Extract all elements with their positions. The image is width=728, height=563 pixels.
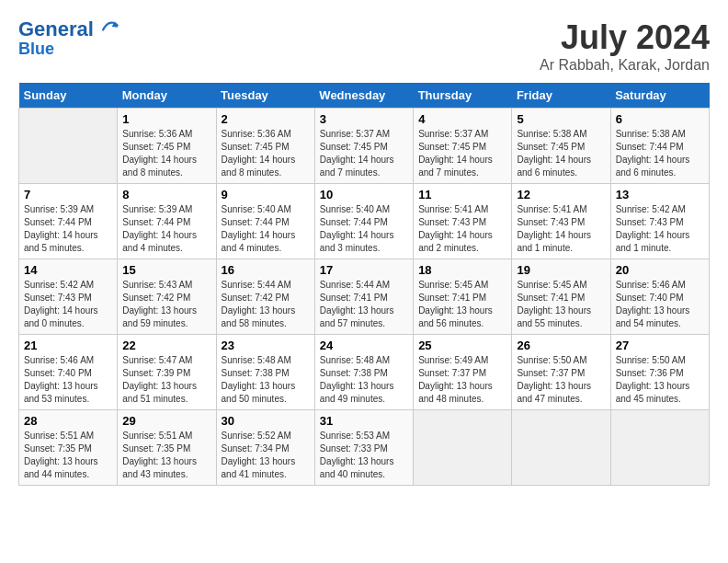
day-info: Sunrise: 5:51 AM Sunset: 7:35 PM Dayligh… <box>122 430 210 481</box>
day-number: 8 <box>122 188 210 201</box>
calendar-cell: 25Sunrise: 5:49 AM Sunset: 7:37 PM Dayli… <box>414 335 512 410</box>
day-info: Sunrise: 5:43 AM Sunset: 7:42 PM Dayligh… <box>122 279 210 330</box>
logo-line2: Blue <box>18 40 119 59</box>
calendar-cell: 22Sunrise: 5:47 AM Sunset: 7:39 PM Dayli… <box>118 335 216 410</box>
day-number: 20 <box>616 263 704 277</box>
calendar-cell: 16Sunrise: 5:44 AM Sunset: 7:42 PM Dayli… <box>216 259 314 335</box>
calendar-cell: 9Sunrise: 5:40 AM Sunset: 7:44 PM Daylig… <box>216 184 314 259</box>
day-number: 7 <box>24 188 112 201</box>
logo-line1: General <box>18 17 94 40</box>
day-number: 29 <box>122 414 210 428</box>
calendar-cell: 4Sunrise: 5:37 AM Sunset: 7:45 PM Daylig… <box>414 109 512 184</box>
title-block: July 2024 Ar Rabbah, Karak, Jordan <box>540 18 710 74</box>
day-info: Sunrise: 5:39 AM Sunset: 7:44 PM Dayligh… <box>24 203 112 255</box>
calendar-cell: 2Sunrise: 5:36 AM Sunset: 7:45 PM Daylig… <box>216 109 314 184</box>
page-header: General Blue July 2024 Ar Rabbah, Karak,… <box>18 18 710 74</box>
day-number: 5 <box>517 112 605 126</box>
day-info: Sunrise: 5:44 AM Sunset: 7:41 PM Dayligh… <box>320 279 408 330</box>
calendar-cell: 8Sunrise: 5:39 AM Sunset: 7:44 PM Daylig… <box>118 184 216 259</box>
day-info: Sunrise: 5:42 AM Sunset: 7:43 PM Dayligh… <box>24 279 112 330</box>
calendar-cell: 13Sunrise: 5:42 AM Sunset: 7:43 PM Dayli… <box>610 184 709 259</box>
logo-text: General <box>18 18 119 40</box>
day-info: Sunrise: 5:46 AM Sunset: 7:40 PM Dayligh… <box>24 354 112 406</box>
calendar-cell: 28Sunrise: 5:51 AM Sunset: 7:35 PM Dayli… <box>19 410 118 486</box>
calendar-cell <box>512 410 610 486</box>
day-info: Sunrise: 5:41 AM Sunset: 7:43 PM Dayligh… <box>517 203 605 255</box>
day-info: Sunrise: 5:47 AM Sunset: 7:39 PM Dayligh… <box>122 354 210 406</box>
month-title: July 2024 <box>540 18 710 57</box>
day-number: 25 <box>418 339 506 352</box>
day-number: 9 <box>222 188 310 201</box>
day-number: 26 <box>517 339 605 352</box>
day-info: Sunrise: 5:50 AM Sunset: 7:36 PM Dayligh… <box>616 354 704 406</box>
calendar-cell: 27Sunrise: 5:50 AM Sunset: 7:36 PM Dayli… <box>610 335 709 410</box>
calendar-week-row: 21Sunrise: 5:46 AM Sunset: 7:40 PM Dayli… <box>19 335 710 410</box>
calendar-cell: 3Sunrise: 5:37 AM Sunset: 7:45 PM Daylig… <box>314 109 413 184</box>
day-info: Sunrise: 5:39 AM Sunset: 7:44 PM Dayligh… <box>122 203 210 255</box>
calendar-cell: 30Sunrise: 5:52 AM Sunset: 7:34 PM Dayli… <box>216 410 314 486</box>
calendar-week-row: 28Sunrise: 5:51 AM Sunset: 7:35 PM Dayli… <box>19 410 710 486</box>
day-info: Sunrise: 5:48 AM Sunset: 7:38 PM Dayligh… <box>320 354 408 406</box>
day-number: 19 <box>517 263 605 277</box>
day-number: 11 <box>418 188 506 201</box>
day-number: 23 <box>222 339 310 352</box>
day-info: Sunrise: 5:44 AM Sunset: 7:42 PM Dayligh… <box>222 279 310 330</box>
calendar-week-row: 14Sunrise: 5:42 AM Sunset: 7:43 PM Dayli… <box>19 259 710 335</box>
day-number: 14 <box>24 263 112 277</box>
calendar-cell: 10Sunrise: 5:40 AM Sunset: 7:44 PM Dayli… <box>314 184 413 259</box>
calendar-cell: 12Sunrise: 5:41 AM Sunset: 7:43 PM Dayli… <box>512 184 610 259</box>
day-info: Sunrise: 5:49 AM Sunset: 7:37 PM Dayligh… <box>418 354 506 406</box>
calendar-cell: 20Sunrise: 5:46 AM Sunset: 7:40 PM Dayli… <box>610 259 709 335</box>
day-info: Sunrise: 5:52 AM Sunset: 7:34 PM Dayligh… <box>222 430 310 481</box>
day-number: 27 <box>616 339 704 352</box>
day-number: 17 <box>320 263 408 277</box>
calendar-cell: 31Sunrise: 5:53 AM Sunset: 7:33 PM Dayli… <box>314 410 413 486</box>
day-info: Sunrise: 5:48 AM Sunset: 7:38 PM Dayligh… <box>222 354 310 406</box>
day-number: 18 <box>418 263 506 277</box>
calendar-cell: 21Sunrise: 5:46 AM Sunset: 7:40 PM Dayli… <box>19 335 118 410</box>
day-number: 16 <box>222 263 310 277</box>
day-number: 1 <box>122 112 210 126</box>
logo-icon <box>101 17 119 36</box>
day-number: 30 <box>222 414 310 428</box>
day-info: Sunrise: 5:50 AM Sunset: 7:37 PM Dayligh… <box>517 354 605 406</box>
calendar-cell: 6Sunrise: 5:38 AM Sunset: 7:44 PM Daylig… <box>610 109 709 184</box>
day-info: Sunrise: 5:38 AM Sunset: 7:45 PM Dayligh… <box>517 128 605 179</box>
day-info: Sunrise: 5:45 AM Sunset: 7:41 PM Dayligh… <box>517 279 605 330</box>
day-number: 15 <box>122 263 210 277</box>
day-info: Sunrise: 5:36 AM Sunset: 7:45 PM Dayligh… <box>222 128 310 179</box>
day-info: Sunrise: 5:51 AM Sunset: 7:35 PM Dayligh… <box>24 430 112 481</box>
day-number: 6 <box>616 112 704 126</box>
day-number: 21 <box>24 339 112 352</box>
calendar-cell <box>19 109 118 184</box>
calendar-cell: 23Sunrise: 5:48 AM Sunset: 7:38 PM Dayli… <box>216 335 314 410</box>
day-info: Sunrise: 5:53 AM Sunset: 7:33 PM Dayligh… <box>320 430 408 481</box>
calendar-cell: 15Sunrise: 5:43 AM Sunset: 7:42 PM Dayli… <box>118 259 216 335</box>
day-info: Sunrise: 5:41 AM Sunset: 7:43 PM Dayligh… <box>418 203 506 255</box>
day-info: Sunrise: 5:40 AM Sunset: 7:44 PM Dayligh… <box>222 203 310 255</box>
day-info: Sunrise: 5:40 AM Sunset: 7:44 PM Dayligh… <box>320 203 408 255</box>
calendar-cell: 7Sunrise: 5:39 AM Sunset: 7:44 PM Daylig… <box>19 184 118 259</box>
calendar-cell <box>414 410 512 486</box>
calendar-cell: 18Sunrise: 5:45 AM Sunset: 7:41 PM Dayli… <box>414 259 512 335</box>
calendar-cell: 19Sunrise: 5:45 AM Sunset: 7:41 PM Dayli… <box>512 259 610 335</box>
calendar-cell: 26Sunrise: 5:50 AM Sunset: 7:37 PM Dayli… <box>512 335 610 410</box>
day-info: Sunrise: 5:37 AM Sunset: 7:45 PM Dayligh… <box>418 128 506 179</box>
weekday-header: Thursday <box>414 83 512 109</box>
weekday-header: Saturday <box>610 83 709 109</box>
day-number: 22 <box>122 339 210 352</box>
calendar-header-row: SundayMondayTuesdayWednesdayThursdayFrid… <box>19 83 710 109</box>
day-info: Sunrise: 5:42 AM Sunset: 7:43 PM Dayligh… <box>616 203 704 255</box>
day-number: 24 <box>320 339 408 352</box>
day-info: Sunrise: 5:45 AM Sunset: 7:41 PM Dayligh… <box>418 279 506 330</box>
day-number: 31 <box>320 414 408 428</box>
calendar-cell: 11Sunrise: 5:41 AM Sunset: 7:43 PM Dayli… <box>414 184 512 259</box>
day-number: 10 <box>320 188 408 201</box>
calendar-cell: 14Sunrise: 5:42 AM Sunset: 7:43 PM Dayli… <box>19 259 118 335</box>
calendar-week-row: 1Sunrise: 5:36 AM Sunset: 7:45 PM Daylig… <box>19 109 710 184</box>
day-number: 28 <box>24 414 112 428</box>
calendar-cell: 24Sunrise: 5:48 AM Sunset: 7:38 PM Dayli… <box>314 335 413 410</box>
weekday-header: Monday <box>118 83 216 109</box>
calendar-cell <box>610 410 709 486</box>
day-number: 3 <box>320 112 408 126</box>
